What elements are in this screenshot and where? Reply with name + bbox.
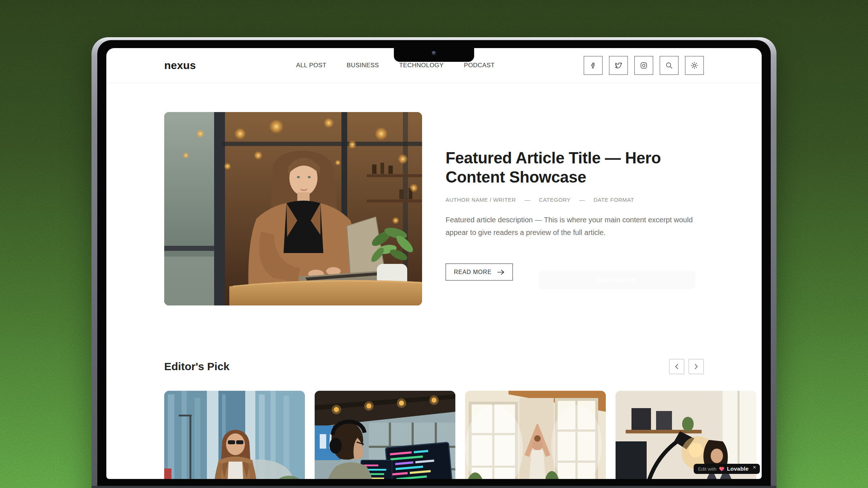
meta-separator: — xyxy=(579,197,585,203)
search-button[interactable] xyxy=(660,56,678,75)
read-more-button[interactable]: READ MORE xyxy=(446,264,513,281)
editors-pick-card-yoga[interactable] xyxy=(465,391,606,479)
laptop-frame: nexus ALL POST BUSINESS TECHNOLOGY PODCA… xyxy=(92,37,776,488)
sun-icon xyxy=(690,61,698,69)
meta-author[interactable]: AUTHOR NAME / WRITER xyxy=(446,197,516,203)
instagram-button[interactable] xyxy=(634,56,653,75)
editors-pick-card-street-fashion[interactable] xyxy=(164,391,305,479)
laptop-bezel: nexus ALL POST BUSINESS TECHNOLOGY PODCA… xyxy=(97,40,771,488)
featured-article-section: Featured Article Title — Hero Content Sh… xyxy=(106,112,762,305)
editors-pick-title: Editor's Pick xyxy=(164,360,230,373)
editors-pick-section: Editor's Pick xyxy=(106,359,762,479)
lovable-badge-prefix: Edit with xyxy=(698,466,716,472)
lovable-badge-close-icon[interactable]: ✕ xyxy=(753,465,756,470)
carousel-next-button[interactable] xyxy=(689,359,704,374)
lovable-heart-icon xyxy=(719,466,724,471)
meta-date: DATE FORMAT xyxy=(593,197,634,203)
featured-article-description: Featured article description — This is w… xyxy=(446,214,703,239)
laptop-base-edge xyxy=(92,486,776,488)
street-fashion-illustration xyxy=(164,391,305,479)
twitter-button[interactable] xyxy=(609,56,628,75)
nav-item-all-post[interactable]: ALL POST xyxy=(296,62,327,69)
lovable-badge-brand: Lovable xyxy=(727,466,749,472)
editors-pick-card-developer[interactable] xyxy=(315,391,455,479)
featured-article-image[interactable] xyxy=(164,112,422,305)
read-more-label: READ MORE xyxy=(454,269,492,275)
cafe-portrait-illustration xyxy=(164,112,422,305)
ghost-get-started-banner: Get Started xyxy=(539,270,695,289)
carousel-controls xyxy=(669,359,704,374)
main-nav: ALL POST BUSINESS TECHNOLOGY PODCAST xyxy=(296,62,495,69)
search-icon xyxy=(665,61,673,69)
featured-article-meta: AUTHOR NAME / WRITER — CATEGORY — DATE F… xyxy=(446,197,703,203)
developer-workstation-illustration xyxy=(315,391,455,479)
home-yoga-illustration xyxy=(465,391,606,479)
webcam-icon xyxy=(432,51,437,56)
arrow-right-icon xyxy=(497,270,505,275)
chevron-left-icon xyxy=(674,364,679,369)
instagram-icon xyxy=(640,61,648,69)
browser-screen: nexus ALL POST BUSINESS TECHNOLOGY PODCA… xyxy=(106,48,762,479)
editors-pick-carousel xyxy=(106,391,762,479)
site-logo[interactable]: nexus xyxy=(164,59,196,72)
laptop-notch xyxy=(394,40,474,62)
featured-article-title: Featured Article Title — Hero Content Sh… xyxy=(446,148,703,187)
lovable-badge[interactable]: Edit with Lovable ✕ xyxy=(694,464,760,474)
nav-item-business[interactable]: BUSINESS xyxy=(347,62,379,69)
chevron-right-icon xyxy=(694,364,699,369)
twitter-icon xyxy=(614,61,622,69)
facebook-button[interactable] xyxy=(584,56,603,75)
meta-category[interactable]: CATEGORY xyxy=(539,197,571,203)
header-icon-row xyxy=(584,56,704,75)
carousel-prev-button[interactable] xyxy=(669,359,684,374)
nav-item-technology[interactable]: TECHNOLOGY xyxy=(399,62,444,69)
theme-toggle-button[interactable] xyxy=(685,56,704,75)
nav-item-podcast[interactable]: PODCAST xyxy=(464,62,495,69)
meta-separator: — xyxy=(525,197,531,203)
editors-pick-header: Editor's Pick xyxy=(106,359,762,374)
facebook-icon xyxy=(589,61,597,69)
